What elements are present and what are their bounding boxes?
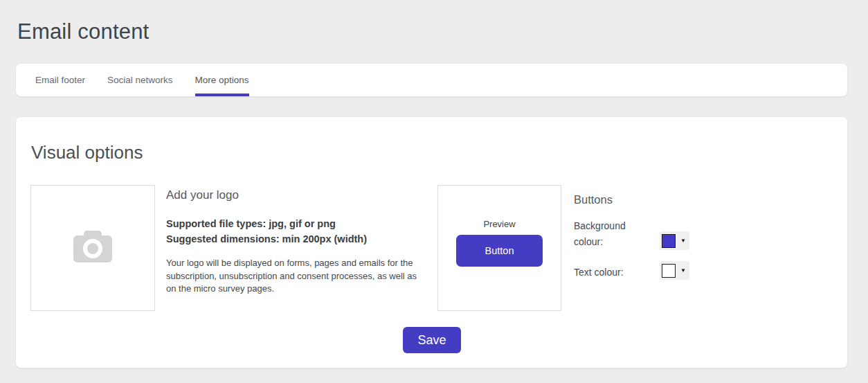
chevron-down-icon: ▼ (680, 238, 686, 244)
suggested-dimensions: Suggested dimensions: min 200px (width) (166, 232, 437, 247)
background-colour-picker[interactable]: ▼ (660, 231, 689, 250)
preview-label: Preview (483, 219, 515, 229)
logo-instructions: Add your logo Supported file types: jpg,… (166, 188, 437, 296)
active-tab-underline (195, 93, 249, 96)
button-preview-box: Preview Button (437, 185, 561, 311)
tab-social-networks-label: Social networks (107, 75, 173, 85)
page-title: Email content (17, 19, 149, 44)
tab-social-networks[interactable]: Social networks (107, 64, 173, 96)
tab-more-options-label: More options (195, 75, 249, 85)
supported-file-types: Supported file types: jpg, gif or png (166, 217, 437, 232)
logo-heading: Add your logo (166, 188, 437, 202)
preview-button: Button (456, 235, 543, 267)
camera-icon (73, 231, 112, 265)
text-colour-label: Text colour: (574, 265, 664, 280)
logo-upload-box[interactable] (30, 185, 155, 311)
background-colour-swatch (662, 234, 676, 248)
section-heading: Visual options (31, 142, 143, 163)
text-colour-picker[interactable]: ▼ (660, 261, 689, 280)
chevron-down-icon: ▼ (680, 268, 686, 274)
logo-requirements: Supported file types: jpg, gif or png Su… (166, 217, 437, 247)
buttons-section-heading: Buttons (574, 193, 613, 206)
tab-bar: Email footer Social networks More option… (16, 64, 847, 96)
save-button[interactable]: Save (403, 327, 461, 353)
tab-more-options[interactable]: More options (195, 64, 249, 96)
background-colour-label: Background colour: (574, 218, 640, 250)
visual-options-card: Visual options Add your logo Supported f… (16, 117, 847, 368)
tab-email-footer-label: Email footer (35, 75, 85, 85)
logo-description: Your logo will be displayed on forms, pa… (166, 257, 428, 296)
tab-email-footer[interactable]: Email footer (35, 64, 85, 96)
text-colour-swatch (662, 264, 676, 278)
